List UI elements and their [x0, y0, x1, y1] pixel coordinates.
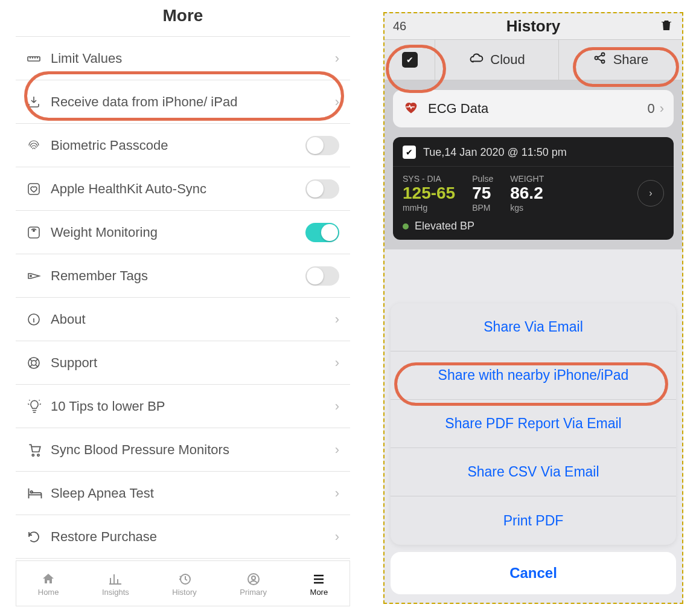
history-screen: 46 History ✔ Cloud Share ECG Data 0 › ✔ — [383, 12, 683, 604]
tab-bar: Home Insights History Primary More — [16, 560, 350, 606]
lifebuoy-icon — [27, 356, 51, 370]
sheet-share-csv-email[interactable]: Share CSV Via Email — [391, 448, 676, 496]
row-label: Remember Tags — [51, 268, 305, 284]
chevron-right-icon: › — [335, 529, 339, 545]
row-support[interactable]: Support › — [16, 341, 350, 385]
svg-point-9 — [37, 454, 39, 456]
cloud-icon — [468, 50, 484, 69]
select-all-button[interactable]: ✔ — [385, 40, 435, 80]
reading-header: ✔ Tue,14 Jan 2020 @ 11:50 pm — [403, 146, 664, 159]
trash-button[interactable] — [637, 18, 674, 35]
tab-history[interactable]: History — [172, 571, 196, 597]
row-label: Receive data from iPhone/ iPad — [51, 94, 335, 110]
weight-value: 86.2 — [510, 184, 544, 203]
sysdia-col: SYS - DIA 125-65 mmHg — [403, 174, 455, 213]
sheet-item-label: Share CSV Via Email — [467, 464, 599, 480]
home-icon — [41, 571, 56, 588]
row-sync-monitors[interactable]: Sync Blood Pressure Monitors › — [16, 428, 350, 472]
cloud-button[interactable]: Cloud — [435, 40, 559, 80]
pulse-caption: Pulse — [472, 174, 493, 184]
sheet-item-label: Share with nearby iPhone/iPad — [438, 367, 629, 383]
row-restore-purchase[interactable]: Restore Purchase › — [16, 515, 350, 559]
toggle-tags[interactable] — [305, 266, 339, 286]
row-label: Apple HealthKit Auto-Sync — [51, 181, 305, 197]
tab-primary[interactable]: Primary — [240, 571, 267, 597]
sysdia-unit: mmHg — [403, 203, 455, 213]
ecg-count: 0 — [647, 101, 654, 117]
info-icon — [27, 312, 51, 327]
cloud-label: Cloud — [490, 52, 525, 68]
menu-icon — [311, 571, 326, 588]
row-receive-data[interactable]: Receive data from iPhone/ iPad › — [16, 80, 350, 124]
status-text: Elevated BP — [415, 220, 474, 233]
share-action-sheet: Share Via Email Share with nearby iPhone… — [391, 303, 676, 594]
row-remember-tags[interactable]: Remember Tags — [16, 254, 350, 298]
page-title: History — [506, 17, 561, 36]
reading-card[interactable]: ✔ Tue,14 Jan 2020 @ 11:50 pm SYS - DIA 1… — [393, 137, 674, 240]
weight-caption: WEIGHT — [510, 174, 544, 184]
row-label: Sync Blood Pressure Monitors — [51, 442, 335, 458]
sheet-print-pdf[interactable]: Print PDF — [391, 496, 676, 545]
chevron-right-icon: › — [335, 486, 339, 501]
record-count: 46 — [393, 19, 429, 33]
user-icon — [246, 571, 261, 588]
chevron-right-icon: › — [335, 51, 339, 66]
reading-expand[interactable]: › — [637, 180, 664, 207]
share-label: Share — [613, 52, 649, 68]
chevron-right-icon: › — [335, 399, 339, 414]
row-limit-values[interactable]: Limit Values › — [16, 37, 350, 80]
share-icon — [593, 51, 607, 69]
sheet-share-email[interactable]: Share Via Email — [391, 303, 676, 351]
reading-checkbox[interactable]: ✔ — [403, 146, 416, 159]
row-label: Weight Monitoring — [51, 225, 305, 240]
chevron-right-icon: › — [335, 94, 339, 110]
svg-point-8 — [32, 454, 34, 456]
toggle-biometric[interactable] — [305, 136, 339, 155]
sheet-item-label: Share Via Email — [484, 319, 583, 335]
sheet-item-label: Share PDF Report Via Email — [445, 415, 621, 432]
sheet-item-label: Print PDF — [503, 513, 564, 529]
fingerprint-icon — [27, 138, 51, 153]
reading-values: SYS - DIA 125-65 mmHg Pulse 75 BPM WEIGH… — [403, 174, 664, 213]
status-dot-icon — [403, 223, 409, 229]
reading-status: Elevated BP — [403, 220, 664, 233]
row-sleep-apnea[interactable]: Sleep Apnea Test › — [16, 472, 350, 515]
sheet-cancel[interactable]: Cancel — [391, 552, 676, 594]
row-label: Support — [51, 355, 335, 371]
ecg-card[interactable]: ECG Data 0 › — [393, 90, 674, 127]
restore-icon — [27, 530, 51, 544]
svg-point-3 — [33, 229, 34, 231]
row-label: Limit Values — [51, 51, 335, 66]
action-sheet-list: Share Via Email Share with nearby iPhone… — [391, 303, 676, 545]
tab-label: More — [310, 588, 328, 597]
chevron-right-icon: › — [335, 312, 339, 327]
sheet-share-pdf-email[interactable]: Share PDF Report Via Email — [391, 400, 676, 448]
row-biometric-passcode[interactable]: Biometric Passcode — [16, 124, 350, 167]
segment-bar: ✔ Cloud Share — [385, 39, 682, 80]
tab-label: Insights — [102, 588, 129, 597]
sheet-share-nearby[interactable]: Share with nearby iPhone/iPad — [391, 351, 676, 400]
tab-home[interactable]: Home — [38, 571, 59, 597]
toggle-healthkit[interactable] — [305, 179, 339, 199]
share-button[interactable]: Share — [559, 40, 682, 80]
heart-square-icon — [27, 182, 51, 196]
svg-rect-1 — [28, 184, 39, 194]
svg-rect-0 — [28, 57, 40, 61]
tab-label: History — [172, 588, 196, 597]
cancel-label: Cancel — [509, 565, 557, 582]
reading-timestamp: Tue,14 Jan 2020 @ 11:50 pm — [423, 146, 567, 159]
checkbox-icon: ✔ — [402, 52, 418, 68]
ecg-label: ECG Data — [428, 101, 647, 117]
tab-insights[interactable]: Insights — [102, 571, 129, 597]
row-about[interactable]: About › — [16, 298, 350, 341]
row-weight-monitoring[interactable]: Weight Monitoring — [16, 211, 350, 254]
row-label: Restore Purchase — [51, 529, 335, 545]
clock-icon — [177, 571, 192, 588]
row-tips[interactable]: 10 Tips to lower BP › — [16, 385, 350, 428]
toggle-weight[interactable] — [305, 223, 339, 242]
chevron-right-icon: › — [335, 442, 339, 458]
row-healthkit-sync[interactable]: Apple HealthKit Auto-Sync — [16, 167, 350, 211]
more-screen: More Limit Values › Receive data from iP… — [16, 2, 350, 606]
chevron-right-icon: › — [660, 101, 664, 117]
tab-more[interactable]: More — [310, 571, 328, 597]
